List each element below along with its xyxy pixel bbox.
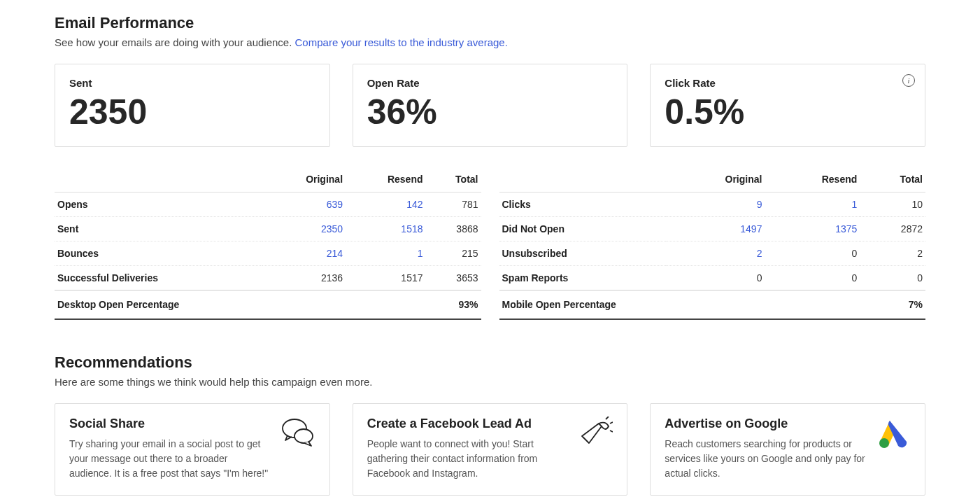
email-performance-section: Email Performance See how your emails ar…: [55, 14, 925, 320]
cell-total: 215: [426, 241, 481, 266]
cell-original[interactable]: 1497: [666, 217, 765, 241]
recommendations-section: Recommendations Here are some things we …: [55, 354, 925, 496]
cell-resend[interactable]: 1518: [346, 217, 425, 241]
cell-total: 2872: [860, 217, 925, 241]
summary-value: 93%: [426, 290, 481, 320]
rec-desc: Try sharing your email in a social post …: [69, 437, 271, 481]
row-label: Bounces: [55, 241, 262, 266]
stats-table-right: Original Resend Total Clicks 9 1 10 Did …: [499, 168, 926, 320]
google-ads-icon: [876, 416, 911, 451]
row-label: Did Not Open: [499, 217, 667, 241]
section-title: Email Performance: [55, 14, 925, 32]
metric-value: 36%: [367, 94, 613, 130]
summary-label: Desktop Open Percentage: [55, 290, 426, 320]
svg-line-3: [610, 422, 613, 424]
cell-original: 0: [666, 266, 765, 290]
summary-row: Desktop Open Percentage 93%: [55, 290, 481, 320]
chat-bubbles-icon: [280, 416, 315, 451]
cell-resend[interactable]: 142: [346, 192, 425, 217]
metric-value: 2350: [69, 94, 315, 130]
row-label: Unsubscribed: [499, 241, 667, 266]
cell-original: 2136: [262, 266, 346, 290]
cell-total: 3868: [426, 217, 481, 241]
table-header-total: Total: [426, 168, 481, 192]
rec-title: Social Share: [69, 416, 271, 431]
cell-resend[interactable]: 1: [346, 241, 425, 266]
summary-value: 7%: [860, 290, 925, 320]
table-header-empty: [55, 168, 262, 192]
table-row: Bounces 214 1 215: [55, 241, 481, 266]
metric-card-open-rate: Open Rate 36%: [353, 64, 628, 147]
section-subtitle: See how your emails are doing with your …: [55, 36, 925, 48]
table-row: Did Not Open 1497 1375 2872: [499, 217, 926, 241]
cell-resend[interactable]: 1: [765, 192, 860, 217]
rec-card-facebook-lead-ad[interactable]: Create a Facebook Lead Ad People want to…: [353, 403, 628, 496]
cell-original[interactable]: 2350: [262, 217, 346, 241]
metric-cards-row: Sent 2350 Open Rate 36% Click Rate 0.5% …: [55, 64, 925, 147]
subtitle-text: See how your emails are doing with your …: [55, 36, 295, 48]
cell-original[interactable]: 2: [666, 241, 765, 266]
table-header-resend: Resend: [346, 168, 425, 192]
metric-card-click-rate: Click Rate 0.5% i: [650, 64, 925, 147]
rec-title: Advertise on Google: [665, 416, 866, 431]
rec-desc: People want to connect with you! Start g…: [367, 437, 569, 481]
cell-total: 2: [860, 241, 925, 266]
cell-total: 781: [426, 192, 481, 217]
table-header-empty: [499, 168, 667, 192]
rec-desc: Reach customers searching for products o…: [665, 437, 866, 481]
metric-label: Click Rate: [665, 77, 911, 89]
table-row: Unsubscribed 2 0 2: [499, 241, 926, 266]
section-subtitle: Here are some things we think would help…: [55, 376, 925, 388]
metric-label: Open Rate: [367, 77, 613, 89]
compare-link[interactable]: Compare your results to the industry ave…: [295, 36, 508, 48]
row-label: Successful Deliveries: [55, 266, 262, 290]
rec-title: Create a Facebook Lead Ad: [367, 416, 569, 431]
metric-card-sent: Sent 2350: [55, 64, 330, 147]
stats-table-left: Original Resend Total Opens 639 142 781 …: [55, 168, 481, 320]
cell-total: 0: [860, 266, 925, 290]
megaphone-icon: [578, 416, 613, 451]
svg-line-4: [610, 430, 613, 432]
row-label: Sent: [55, 217, 262, 241]
table-header-original: Original: [262, 168, 346, 192]
cell-total: 3653: [426, 266, 481, 290]
rec-card-social-share[interactable]: Social Share Try sharing your email in a…: [55, 403, 330, 496]
table-row: Sent 2350 1518 3868: [55, 217, 481, 241]
rec-card-advertise-google[interactable]: Advertise on Google Reach customers sear…: [650, 403, 925, 496]
recommendation-cards-row: Social Share Try sharing your email in a…: [55, 403, 925, 496]
svg-point-1: [294, 429, 313, 443]
table-header-total: Total: [860, 168, 925, 192]
cell-resend: 0: [765, 241, 860, 266]
svg-line-2: [606, 416, 609, 419]
table-header-original: Original: [666, 168, 765, 192]
table-row: Opens 639 142 781: [55, 192, 481, 217]
row-label: Spam Reports: [499, 266, 667, 290]
cell-original[interactable]: 214: [262, 241, 346, 266]
section-title: Recommendations: [55, 354, 925, 372]
metric-value: 0.5%: [665, 94, 911, 130]
table-row: Clicks 9 1 10: [499, 192, 926, 217]
metric-label: Sent: [69, 77, 315, 89]
cell-resend: 0: [765, 266, 860, 290]
info-icon[interactable]: i: [902, 74, 915, 87]
stats-tables-row: Original Resend Total Opens 639 142 781 …: [55, 168, 925, 320]
cell-original[interactable]: 639: [262, 192, 346, 217]
cell-total: 10: [860, 192, 925, 217]
table-row: Spam Reports 0 0 0: [499, 266, 926, 290]
cell-resend[interactable]: 1375: [765, 217, 860, 241]
table-header-resend: Resend: [765, 168, 860, 192]
summary-row: Mobile Open Percentage 7%: [499, 290, 926, 320]
cell-resend: 1517: [346, 266, 425, 290]
table-row: Successful Deliveries 2136 1517 3653: [55, 266, 481, 290]
cell-original[interactable]: 9: [666, 192, 765, 217]
row-label: Opens: [55, 192, 262, 217]
row-label: Clicks: [499, 192, 667, 217]
svg-point-5: [879, 438, 889, 448]
summary-label: Mobile Open Percentage: [499, 290, 860, 320]
